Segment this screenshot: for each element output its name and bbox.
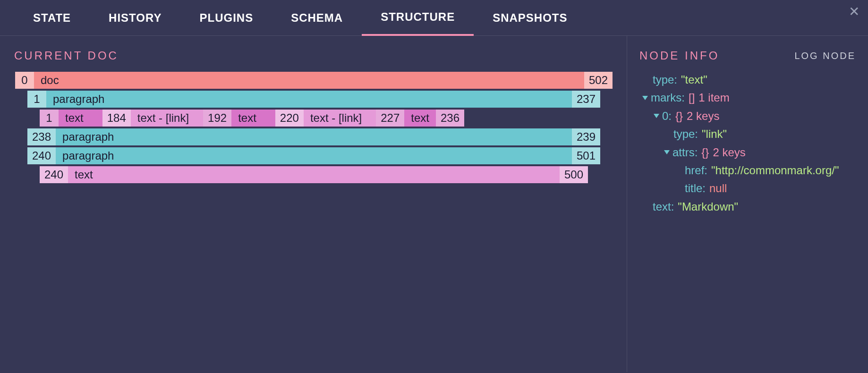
tab-bar: STATE HISTORY PLUGINS SCHEMA STRUCTURE S… <box>0 0 868 36</box>
seg-end-pos: 236 <box>436 110 464 127</box>
node-info-panel: NODE INFO LOG NODE type: "text" marks: [… <box>627 36 868 372</box>
info-href[interactable]: href: "http://commonmark.org/" <box>639 161 856 179</box>
node-text-segments[interactable]: 1text 184text - [link] 192text 220text -… <box>15 110 613 127</box>
info-inner-type[interactable]: type: "link" <box>639 125 856 143</box>
tab-history[interactable]: HISTORY <box>90 1 180 35</box>
current-doc-title: CURRENT DOC <box>14 49 613 62</box>
node-paragraph[interactable]: 1 paragraph 237 <box>15 91 613 108</box>
node-end-pos: 502 <box>584 72 613 89</box>
tab-plugins[interactable]: PLUGINS <box>180 1 272 35</box>
node-start-pos: 1 <box>27 91 46 108</box>
info-type[interactable]: type: "text" <box>639 71 856 89</box>
info-marks[interactable]: marks: [] 1 item <box>639 89 856 107</box>
info-title[interactable]: title: null <box>639 179 856 197</box>
seg-label: text - [link] <box>304 110 376 127</box>
caret-down-icon <box>642 96 648 100</box>
seg-label: text <box>59 110 102 127</box>
seg-label: text <box>231 110 275 127</box>
info-attrs[interactable]: attrs: {} 2 keys <box>639 144 856 161</box>
node-label: doc <box>34 72 584 89</box>
seg-label: text - [link] <box>131 110 203 127</box>
node-start-pos: 238 <box>27 128 56 145</box>
tab-snapshots[interactable]: SNAPSHOTS <box>474 1 586 35</box>
node-doc[interactable]: 0 doc 502 <box>15 72 613 89</box>
node-start-pos: 240 <box>27 147 56 164</box>
node-label: paragraph <box>46 91 572 108</box>
tab-schema[interactable]: SCHEMA <box>272 1 362 35</box>
caret-down-icon <box>664 150 670 154</box>
node-label: paragraph <box>56 128 572 145</box>
close-icon[interactable]: ✕ <box>849 4 859 19</box>
node-end-pos: 501 <box>572 147 600 164</box>
seg-pos: 1 <box>40 110 59 127</box>
seg-pos: 227 <box>376 110 404 127</box>
info-text[interactable]: text: "Markdown" <box>639 198 856 216</box>
node-start-pos: 0 <box>15 72 34 89</box>
seg-pos: 192 <box>203 110 231 127</box>
info-marks-0[interactable]: 0: {} 2 keys <box>639 107 856 125</box>
seg-label: text <box>404 110 436 127</box>
node-end-pos: 237 <box>572 91 600 108</box>
tab-state[interactable]: STATE <box>14 1 90 35</box>
tab-structure[interactable]: STRUCTURE <box>362 0 474 36</box>
node-label: text <box>68 166 560 183</box>
node-text[interactable]: 240 text 500 <box>15 166 613 183</box>
node-label: paragraph <box>56 147 572 164</box>
node-start-pos: 240 <box>40 166 68 183</box>
node-info-title: NODE INFO <box>639 49 719 62</box>
caret-down-icon <box>654 114 659 118</box>
current-doc-panel: CURRENT DOC 0 doc 502 1 paragraph 237 1t… <box>0 36 627 372</box>
node-end-pos: 500 <box>560 166 588 183</box>
node-paragraph[interactable]: 240 paragraph 501 <box>15 147 613 164</box>
seg-pos: 220 <box>275 110 304 127</box>
node-paragraph[interactable]: 238 paragraph 239 <box>15 128 613 145</box>
seg-pos: 184 <box>102 110 131 127</box>
log-node-button[interactable]: LOG NODE <box>794 51 856 61</box>
node-end-pos: 239 <box>572 128 600 145</box>
